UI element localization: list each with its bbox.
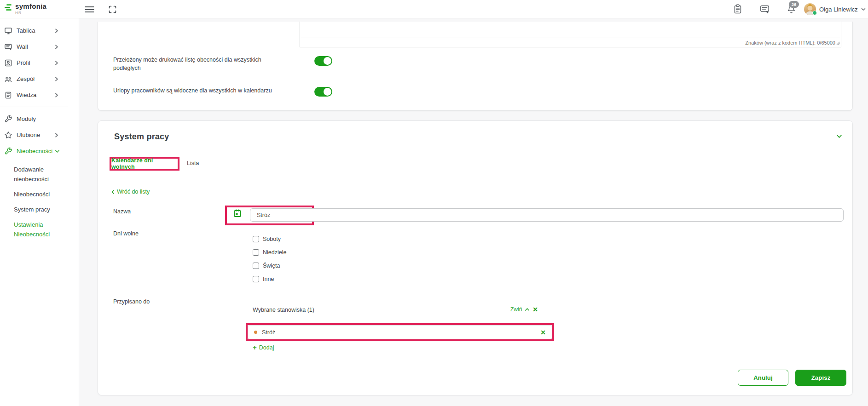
checkbox-inne[interactable] [253,276,259,282]
toggle-label: Przełożony może drukować listę obecności… [113,56,279,72]
checkbox-label: Inne [263,276,274,282]
toggle-switch-vacations-visible[interactable] [314,87,332,97]
board-icon [4,27,12,35]
name-input[interactable] [250,208,844,222]
name-field-label: Nazwa [113,208,131,215]
chevron-right-icon [55,60,58,65]
char-counter: Znaków (wraz z kodem HTML): 0/65000 [745,40,835,46]
wall-icon [4,43,12,51]
sidebar-item-zespol[interactable]: Zespół [0,71,79,87]
chevron-down-icon [861,8,866,11]
modules-wrench-icon [4,115,12,123]
checkbox-soboty[interactable] [253,236,259,242]
sidebar-item-profil[interactable]: Profil [0,55,79,71]
sidebar-item-label: Ulubione [17,132,40,138]
sidebar-item-label: Profil [17,59,30,66]
sidebar-submenu: Dodawanie nieobecności Nieobecności Syst… [0,165,79,239]
hamburger-menu-icon[interactable] [83,0,95,18]
annotation-box-assigned-item: Stróż ✕ [246,323,554,341]
sidebar-item-ulubione[interactable]: Ulubione [0,127,79,143]
sidebar-subitem-nieobecnosci[interactable]: Nieobecności [14,189,62,199]
user-name: Olga Liniewicz [819,6,858,13]
fullscreen-icon[interactable] [107,0,118,18]
sidebar-item-moduly[interactable]: Moduły [0,111,79,127]
chevron-right-icon [55,28,58,33]
chevron-left-icon [111,189,115,194]
sidebar-item-label: Wall [17,43,28,50]
tab-kalendarze-dni-wolnych[interactable]: Kalendarze dni wolnych [111,157,178,170]
sidebar-divider [0,107,68,107]
sidebar-item-wall[interactable]: Wall [0,39,79,55]
resize-grip-icon[interactable] [836,40,840,46]
checkbox-swieta[interactable] [253,263,259,269]
toggle-row: Przełożony może drukować listę obecności… [113,56,619,72]
clipboard-icon[interactable] [731,0,745,18]
app-window: symfonia HR 26 Olga Liniewicz [0,0,868,406]
sidebar-item-nieobecnosci[interactable]: Nieobecności [0,143,79,159]
chevron-right-icon [55,132,58,137]
status-dot-icon [254,331,257,334]
sidebar-subitem-system-pracy[interactable]: System pracy [14,205,62,214]
team-icon [4,75,12,83]
top-header: symfonia HR 26 Olga Liniewicz [0,0,868,18]
section-title: System pracy [114,132,169,142]
star-icon [4,131,12,139]
app-logo[interactable]: symfonia HR [5,3,46,15]
plus-icon: + [253,344,257,351]
symfonia-logo-icon [5,4,12,11]
sidebar-item-label: Tablica [17,27,35,34]
checkbox-label: Święta [263,263,280,269]
settings-card: Znaków (wraz z kodem HTML): 0/65000 Prze… [98,22,853,111]
profile-icon [4,59,12,67]
assigned-to-label: Przypisano do [113,298,150,305]
sidebar-subitem-ustawienia-nieobecnosci[interactable]: Ustawienia Nieobecności [14,220,62,239]
sidebar-item-wiedza[interactable]: Wiedza [0,87,79,103]
online-status-dot [812,11,817,15]
free-days-label: Dni wolne [113,230,139,237]
collapse-section-chevron-icon[interactable] [836,134,842,138]
sidebar-nav: Tablica Wall Profil Zespół Wiedza Moduł [0,18,79,406]
logo-product-text: HR [15,11,46,15]
selected-positions-header: Wybrane stanowiska (1) [253,307,314,313]
sidebar-item-tablica[interactable]: Tablica [0,23,79,39]
toggle-row: Urlopy pracowników są widoczne dla wszys… [113,86,619,95]
chevron-up-icon[interactable] [525,308,530,311]
back-to-list-link[interactable]: Wróć do listy [111,189,150,195]
checkbox-row: Inne [253,275,274,283]
chevron-right-icon [55,92,58,97]
assigned-item-label: Stróż [262,329,536,336]
notification-badge: 26 [789,1,799,8]
add-position-link[interactable]: + Dodaj [253,344,274,351]
checkbox-row: Święta [253,262,280,269]
assigned-item-row: Stróż ✕ [248,325,552,339]
annotation-box-active-tab: Kalendarze dni wolnych [110,157,179,171]
checkbox-row: Niedziele [253,249,286,256]
remove-item-close-icon[interactable]: ✕ [540,329,546,336]
chat-icon[interactable] [758,0,771,18]
chevron-right-icon [55,44,58,49]
sidebar-item-label: Moduły [17,115,36,122]
toggle-switch-print-attendance[interactable] [314,56,332,66]
tab-lista[interactable]: Lista [187,160,199,166]
chevron-right-icon [55,76,58,81]
calendar-icon [233,209,242,217]
checkbox-niedziele[interactable] [253,249,259,256]
cancel-button[interactable]: Anuluj [738,370,788,386]
editor-text-area[interactable] [300,22,841,38]
checkbox-row: Soboty [253,235,281,243]
absences-wrench-icon [4,147,12,155]
user-menu[interactable]: Olga Liniewicz [819,0,866,18]
sidebar-subitem-dodawanie-nieobecnosci[interactable]: Dodawanie nieobecności [14,165,62,184]
logo-brand-text: symfonia [15,3,46,10]
toggle-label: Urlopy pracowników są widoczne dla wszys… [113,86,279,95]
work-system-card: System pracy Kalendarze dni wolnych List… [98,120,853,395]
chevron-down-icon [55,149,60,153]
knowledge-icon [4,91,12,99]
clear-all-close-icon[interactable]: ✕ [532,306,538,313]
sidebar-item-label: Nieobecności [17,148,52,154]
save-button[interactable]: Zapisz [795,370,846,386]
collapse-link[interactable]: Zwiń [510,306,522,313]
rich-text-editor[interactable]: Znaków (wraz z kodem HTML): 0/65000 [300,22,841,47]
collapse-cluster: Zwiń ✕ [510,306,538,313]
checkbox-label: Niedziele [263,249,286,256]
